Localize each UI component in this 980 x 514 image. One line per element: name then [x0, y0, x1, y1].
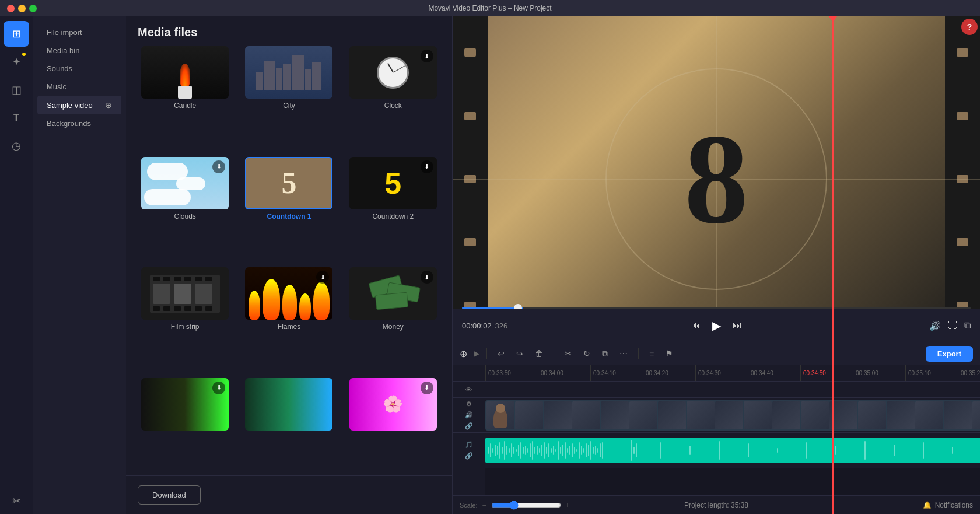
more-button[interactable]: ⋯ — [616, 347, 631, 361]
media-label-candle: Candle — [174, 102, 196, 110]
media-thumb-countdown2: ⬇ 5 — [349, 157, 437, 209]
partial3-download-icon[interactable]: ⬇ — [421, 382, 433, 394]
video-track-mute-icon[interactable]: 🔊 — [465, 411, 473, 419]
nav-item-sounds[interactable]: Sounds — [37, 60, 121, 78]
export-button[interactable]: Export — [926, 346, 973, 362]
audio-track-link-icon[interactable]: 🔗 — [465, 452, 473, 460]
redo-button[interactable]: ↪ — [513, 347, 527, 361]
expand-icon[interactable]: ▶ — [474, 349, 480, 358]
sidebar-item-filters[interactable]: ◷ — [4, 133, 29, 159]
money-download-icon[interactable]: ⬇ — [421, 271, 433, 284]
media-item-flames[interactable]: ⬇ Flames — [239, 267, 338, 373]
sidebar-item-media[interactable]: ⊞ — [4, 21, 29, 47]
media-item-countdown2[interactable]: ⬇ 5 Countdown 2 — [344, 157, 443, 263]
media-item-partial2[interactable] — [239, 378, 338, 476]
media-item-partial3[interactable]: ⬇ 🌸 — [344, 378, 443, 476]
close-button[interactable] — [7, 5, 15, 12]
ruler-mark: 00:34:40 — [748, 365, 800, 382]
svg-rect-52 — [567, 448, 568, 453]
svg-rect-25 — [504, 441, 505, 460]
redo2-button[interactable]: ↻ — [580, 347, 594, 361]
maximize-button[interactable] — [29, 5, 37, 12]
svg-rect-75 — [777, 448, 778, 453]
pip-button[interactable]: ⧉ — [964, 320, 971, 331]
download-button[interactable]: Download — [138, 485, 201, 505]
add-track-button[interactable]: ⊕ — [460, 348, 467, 359]
cut-button[interactable]: ✂ — [561, 347, 575, 361]
notifications-button[interactable]: 🔔 Notifications — [923, 501, 973, 509]
ruler-mark: 00:34:50 — [800, 365, 853, 382]
svg-rect-59 — [583, 448, 584, 453]
sidebar-item-tools[interactable]: ✂ — [4, 488, 29, 514]
media-label-money: Money — [383, 323, 404, 331]
svg-rect-55 — [574, 447, 575, 454]
delete-button[interactable]: 🗑 — [531, 347, 547, 361]
ruler-marks: 00:33:50 00:34:00 00:34:10 00:34:20 00:3… — [485, 365, 980, 382]
nav-item-sample-video[interactable]: Sample video ⊕ — [37, 96, 121, 114]
clock-download-icon[interactable]: ⬇ — [421, 50, 433, 62]
media-thumb-partial2 — [245, 378, 332, 431]
svg-rect-15 — [174, 284, 191, 304]
nav-item-media-bin[interactable]: Media bin — [37, 41, 121, 60]
media-item-partial1[interactable]: ⬇ — [135, 378, 235, 476]
media-item-filmstrip[interactable]: Film strip — [135, 267, 235, 373]
partial1-download-icon[interactable]: ⬇ — [212, 382, 225, 394]
align-button[interactable]: ≡ — [646, 347, 657, 361]
fullscreen-button[interactable]: ⛶ — [948, 320, 957, 331]
crop-button[interactable]: ⧉ — [598, 347, 611, 361]
audio-track-icon[interactable]: 🎵 — [465, 441, 473, 449]
forward-button[interactable]: ⏭ — [733, 320, 742, 331]
minimize-button[interactable] — [18, 5, 26, 12]
media-item-clouds[interactable]: ⬇ Clouds — [135, 157, 235, 263]
media-item-money[interactable]: ⬇ Money — [344, 267, 443, 373]
scale-plus-icon[interactable]: + — [566, 501, 570, 509]
svg-rect-45 — [551, 448, 552, 453]
toolbar-separator — [638, 348, 639, 359]
media-item-countdown1[interactable]: 5 Countdown 1 — [239, 157, 338, 263]
media-label-clouds: Clouds — [174, 212, 195, 221]
svg-rect-76 — [806, 442, 807, 459]
nav-item-file-import[interactable]: File import — [37, 23, 121, 41]
window-controls[interactable] — [7, 5, 37, 12]
project-length: Project length: 35:38 — [684, 501, 748, 509]
video-frame — [972, 401, 980, 429]
svg-rect-18 — [488, 447, 489, 454]
scale-slider[interactable] — [491, 501, 561, 510]
video-frame — [515, 401, 543, 429]
media-item-clock[interactable]: ⬇ Clock — [344, 46, 443, 152]
flame4 — [299, 293, 311, 320]
rewind-button[interactable]: ⏮ — [691, 320, 701, 331]
eye-icon[interactable]: 👁 — [466, 386, 472, 393]
sidebar-item-text[interactable]: T — [4, 105, 29, 131]
toolbar-separator — [487, 348, 487, 359]
media-icon: ⊞ — [12, 27, 21, 40]
nav-item-music[interactable]: Music — [37, 78, 121, 96]
media-item-city[interactable]: City — [239, 46, 338, 152]
audio-clip[interactable]: // Can't use JS inside SVG in this conte… — [485, 438, 980, 463]
volume-button[interactable]: 🔊 — [929, 320, 941, 331]
video-clip[interactable] — [485, 400, 980, 431]
clouds-download-icon[interactable]: ⬇ — [212, 160, 225, 173]
svg-rect-23 — [499, 442, 501, 459]
media-item-candle[interactable]: Candle — [135, 46, 235, 152]
video-track-link-icon[interactable]: 🔗 — [465, 422, 473, 430]
notifications-label: Notifications — [935, 501, 973, 509]
svg-rect-61 — [588, 445, 589, 456]
svg-rect-5 — [184, 277, 191, 281]
ruler-mark: 00:35:00 — [853, 365, 905, 382]
svg-rect-47 — [555, 449, 556, 452]
svg-rect-68 — [631, 440, 632, 461]
flag-button[interactable]: ⚑ — [662, 347, 677, 361]
sidebar-item-effects[interactable]: ✦ — [4, 49, 29, 75]
video-track-settings-icon[interactable]: ⚙ — [466, 400, 472, 408]
nav-item-backgrounds[interactable]: Backgrounds — [37, 114, 121, 132]
play-button[interactable]: ▶ — [712, 319, 721, 333]
scale-minus-icon[interactable]: − — [482, 501, 487, 509]
preview-image: 8 — [453, 16, 980, 342]
countdown2-download-icon[interactable]: ⬇ — [421, 160, 433, 173]
sidebar-item-transitions[interactable]: ◫ — [4, 77, 29, 103]
svg-rect-70 — [636, 443, 637, 457]
svg-rect-79 — [894, 445, 895, 456]
undo-button[interactable]: ↩ — [494, 347, 508, 361]
help-button[interactable]: ? — [961, 19, 978, 35]
